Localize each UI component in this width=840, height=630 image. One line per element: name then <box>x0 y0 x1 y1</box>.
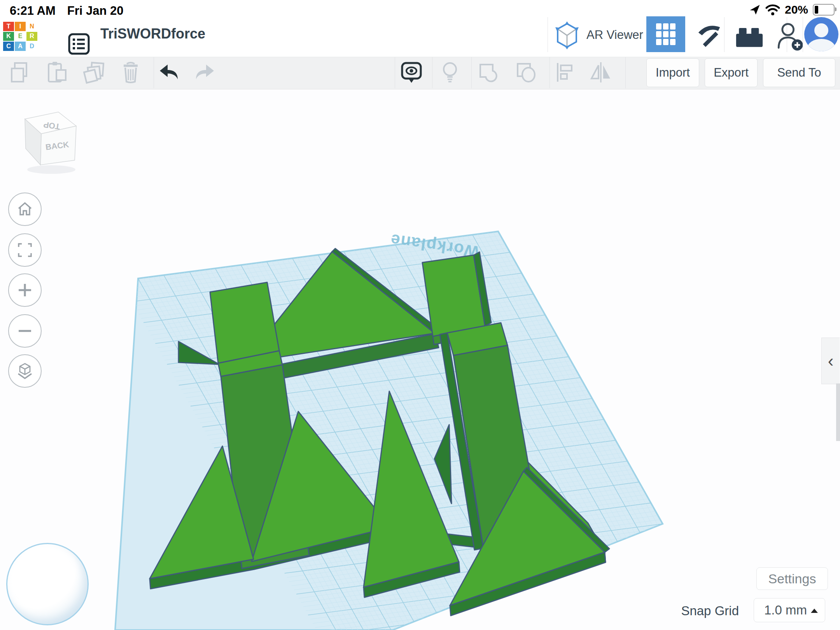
perspective-toggle-button[interactable] <box>8 354 42 388</box>
battery-percent: 20% <box>785 3 808 16</box>
panel-edge-strip <box>836 383 840 441</box>
logo-tile: I <box>15 22 26 31</box>
date: Fri Jan 20 <box>67 4 124 18</box>
zoom-out-button[interactable] <box>8 314 42 348</box>
add-collaborator-icon[interactable] <box>776 21 804 52</box>
logo-tile: E <box>15 32 26 41</box>
view-cube[interactable]: TOP BACK <box>20 103 84 177</box>
delete-icon[interactable] <box>118 60 143 85</box>
zoom-in-button[interactable] <box>8 273 42 307</box>
logo-tile: K <box>3 32 14 41</box>
duplicate-icon[interactable] <box>81 60 106 85</box>
group-icon[interactable] <box>476 60 500 85</box>
logo-tile: R <box>26 32 37 41</box>
paste-icon[interactable] <box>44 60 69 85</box>
logo-tile: D <box>26 42 37 51</box>
ar-cube-icon[interactable] <box>553 20 581 51</box>
design-list-icon[interactable] <box>68 33 90 55</box>
back-left-box-top[interactable] <box>210 282 279 363</box>
clock: 6:21 AM <box>10 4 56 18</box>
logo-tile: N <box>26 22 37 31</box>
undo-icon[interactable] <box>156 60 181 85</box>
copy-icon[interactable] <box>7 60 32 85</box>
dropdown-caret-icon <box>811 609 818 613</box>
export-button[interactable]: Export <box>705 58 758 87</box>
wifi-icon <box>765 4 780 16</box>
minecraft-pickaxe-icon[interactable] <box>693 22 722 51</box>
orbit-control[interactable] <box>6 543 89 625</box>
ar-viewer-label[interactable]: AR Viewer <box>586 28 643 42</box>
avatar[interactable] <box>804 17 838 51</box>
settings-button[interactable]: Settings <box>756 567 828 590</box>
send-to-button[interactable]: Send To <box>763 58 835 87</box>
panel-collapse-chevron-icon: ‹ <box>828 351 834 371</box>
logo-tile: C <box>3 42 14 51</box>
3d-canvas[interactable]: Workplane <box>0 0 840 630</box>
panel-collapse-handle[interactable]: ‹ <box>821 338 840 384</box>
notes-icon[interactable] <box>399 60 424 85</box>
snap-grid-dropdown[interactable]: 1.0 mm <box>754 598 825 622</box>
battery-icon <box>813 4 835 16</box>
lego-brick-icon[interactable] <box>734 24 765 49</box>
mirror-icon[interactable] <box>588 60 613 85</box>
logo-tile: T <box>3 22 14 31</box>
design-title[interactable]: TriSWORDforce <box>100 26 205 42</box>
ungroup-icon[interactable] <box>514 60 539 85</box>
align-icon[interactable] <box>552 60 577 85</box>
location-icon <box>749 4 761 16</box>
fit-view-button[interactable] <box>8 233 42 267</box>
redo-icon[interactable] <box>193 60 218 85</box>
import-button[interactable]: Import <box>646 58 699 87</box>
logo-tile: A <box>15 42 26 51</box>
shapes-grid-button[interactable] <box>646 16 685 52</box>
status-bar: 6:21 AM Fri Jan 20 20% <box>0 0 840 21</box>
shapes-grid-icon <box>655 23 676 46</box>
light-icon[interactable] <box>438 60 462 85</box>
snap-grid-label: Snap Grid <box>657 604 739 618</box>
home-view-button[interactable] <box>8 192 42 226</box>
tinkercad-logo[interactable]: TINKERCAD <box>3 22 37 51</box>
snap-grid-value: 1.0 mm <box>764 603 807 618</box>
